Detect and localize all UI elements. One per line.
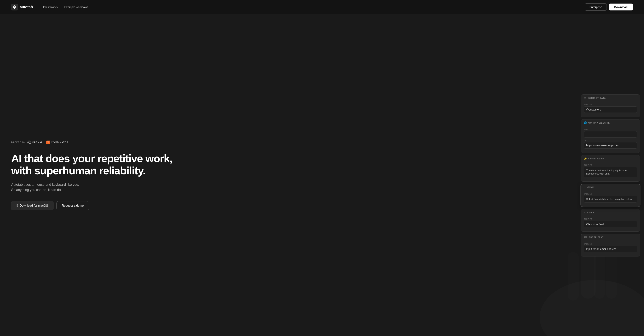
nav-example-workflows[interactable]: Example workflows	[64, 6, 88, 9]
card-click-new-post: ↖ CLICK TARGET Click New Post.	[581, 209, 640, 232]
website-icon: 🌐	[584, 121, 587, 124]
card-label-extract: EXTRACT DATA	[588, 97, 606, 99]
field-label-target-posts: TARGET	[584, 193, 637, 195]
card-header-enter-text: ⌨ ENTER TEXT	[581, 234, 640, 241]
field-target-smart-click: TARGET There's a button at the top right…	[584, 164, 637, 177]
field-value-tab: 1	[584, 131, 637, 137]
nav-links: How it works Example workflows	[42, 6, 88, 9]
field-label-target-enter-text: TARGET	[584, 243, 637, 245]
field-label-tab: TAB	[584, 128, 637, 130]
hero-left: BACKED BY OpenAI · Y Combinator AI that …	[0, 15, 335, 336]
smart-click-icon: ✨	[584, 157, 587, 160]
hero-subtitle: Autotab uses a mouse and keyboard like y…	[11, 182, 100, 193]
field-target-extract: TARGET @customers	[584, 104, 637, 113]
card-click-posts: ↖ CLICK TARGET Select Posts tab from the…	[581, 184, 640, 207]
ycombinator-badge-wrapper: Y Combinator	[46, 140, 68, 144]
field-value-target-extract: @customers	[584, 106, 637, 113]
field-value-target-new-post: Click New Post.	[584, 221, 637, 227]
card-header-click-posts: ↖ CLICK	[581, 184, 640, 191]
field-value-target-enter-text: Input for an email address	[584, 246, 637, 252]
download-macos-button[interactable]:  Download for macOS	[11, 201, 54, 210]
field-label-target-extract: TARGET	[584, 104, 637, 106]
logo-text: autotab	[20, 5, 33, 9]
field-target-enter-text: TARGET Input for an email address	[584, 243, 637, 252]
field-value-url: https://www.alexscamp.com/	[584, 142, 637, 148]
card-extract-data: 🗃 EXTRACT DATA TARGET @customers	[581, 94, 640, 117]
nav-left: autotab How it works Example workflows	[11, 4, 88, 11]
request-demo-button[interactable]: Request a demo	[56, 201, 89, 210]
card-header-click-new-post: ↖ CLICK	[581, 209, 640, 216]
card-body-smart-click: TARGET There's a button at the top right…	[581, 162, 640, 181]
backed-by: BACKED BY OpenAI · Y Combinator	[11, 140, 324, 144]
subtitle-line1: Autotab uses a mouse and keyboard like y…	[11, 183, 79, 187]
card-label-website: GO TO A WEBSITE	[588, 122, 610, 124]
cards-panel: 🗃 EXTRACT DATA TARGET @customers 🌐 GO TO…	[577, 87, 644, 264]
download-nav-button[interactable]: Download	[609, 4, 633, 11]
cta-buttons:  Download for macOS Request a demo	[11, 201, 324, 210]
field-target-new-post: TARGET Click New Post.	[584, 218, 637, 227]
openai-icon	[28, 140, 31, 144]
enterprise-button[interactable]: Enterprise	[585, 3, 607, 11]
heading-line1: AI that does your repetitive work,	[11, 152, 172, 164]
hero-heading: AI that does your repetitive work, with …	[11, 152, 324, 177]
logo[interactable]: autotab	[11, 4, 33, 11]
svg-point-1	[14, 7, 15, 8]
logo-icon	[11, 4, 18, 11]
field-tab: TAB 1	[584, 128, 637, 137]
card-go-to-website: 🌐 GO TO A WEBSITE TAB 1 URL https://www.…	[581, 119, 640, 153]
card-label-click-posts: CLICK	[587, 186, 594, 188]
navbar: autotab How it works Example workflows E…	[0, 0, 644, 14]
click-new-post-icon: ↖	[584, 211, 586, 214]
card-smart-click: ✨ SMART CLICK TARGET There's a button at…	[581, 155, 640, 182]
apple-icon: 	[16, 204, 18, 208]
nav-right: Enterprise Download	[585, 3, 633, 11]
field-url: URL https://www.alexscamp.com/	[584, 139, 637, 148]
enter-text-icon: ⌨	[584, 236, 587, 239]
card-body-enter-text: TARGET Input for an email address	[581, 241, 640, 256]
backed-label: BACKED BY	[11, 141, 26, 144]
extract-icon: 🗃	[584, 96, 586, 99]
hero-right: 🗃 EXTRACT DATA TARGET @customers 🌐 GO TO…	[335, 15, 644, 336]
card-enter-text: ⌨ ENTER TEXT TARGET Input for an email a…	[581, 234, 640, 256]
click-posts-icon: ↖	[584, 186, 586, 189]
field-label-target-new-post: TARGET	[584, 218, 637, 220]
heading-line2: with superhuman reliability.	[11, 164, 146, 177]
field-value-target-smart: There's a button at the top right corner…	[584, 167, 637, 177]
card-label-enter-text: ENTER TEXT	[589, 236, 604, 238]
openai-logo: OpenAI	[28, 140, 42, 144]
card-body-click-posts: TARGET Select Posts tab from the navigat…	[581, 191, 640, 207]
card-label-smart-click: SMART CLICK	[588, 157, 605, 160]
field-target-click-posts: TARGET Select Posts tab from the navigat…	[584, 193, 637, 203]
openai-text: OpenAI	[32, 141, 42, 144]
separator: ·	[44, 141, 44, 144]
field-label-url: URL	[584, 139, 637, 141]
card-body-extract: TARGET @customers	[581, 101, 640, 117]
card-label-click-new-post: CLICK	[587, 211, 594, 214]
download-macos-label: Download for macOS	[20, 204, 48, 207]
ycombinator-text: Combinator	[51, 141, 68, 144]
card-body-website: TAB 1 URL https://www.alexscamp.com/	[581, 126, 640, 153]
card-header-smart-click: ✨ SMART CLICK	[581, 155, 640, 162]
ycombinator-icon: Y	[46, 140, 50, 144]
field-value-target-posts: Select Posts tab from the navigation bel…	[584, 196, 637, 203]
card-header-extract: 🗃 EXTRACT DATA	[581, 95, 640, 101]
field-label-target-smart: TARGET	[584, 164, 637, 166]
card-header-website: 🌐 GO TO A WEBSITE	[581, 119, 640, 126]
hero-section: BACKED BY OpenAI · Y Combinator AI that …	[0, 0, 644, 336]
subtitle-line2: So anything you can do, it can do.	[11, 188, 62, 192]
card-body-click-new-post: TARGET Click New Post.	[581, 216, 640, 231]
nav-how-it-works[interactable]: How it works	[42, 6, 58, 9]
